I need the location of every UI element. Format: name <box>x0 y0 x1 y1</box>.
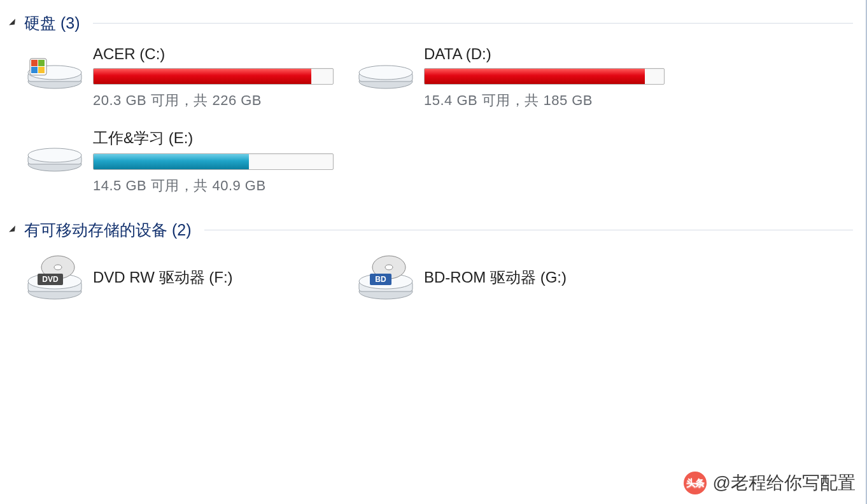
drive-item-c[interactable]: ACER (C:) 20.3 GB 可用，共 226 GB <box>24 45 349 110</box>
bd-drive-icon: BD <box>355 252 416 303</box>
group-header-removable[interactable]: 有可移动存储的设备 (2) <box>9 220 866 241</box>
collapse-arrow-icon <box>9 19 18 28</box>
svg-point-10 <box>359 66 412 80</box>
explorer-drives-pane: 硬盘 (3) ACER (C:) <box>0 0 866 316</box>
watermark-text: @老程给你写配置 <box>713 471 856 495</box>
usage-fill <box>94 69 311 84</box>
removable-grid: DVD DVD RW 驱动器 (F:) BD BD-ROM 驱动器 (G:) <box>9 252 866 316</box>
collapse-arrow-icon <box>9 226 18 235</box>
svg-rect-6 <box>31 67 38 73</box>
usage-bar <box>424 68 665 85</box>
drive-status: 20.3 GB 可用，共 226 GB <box>93 91 349 110</box>
group-title: 有可移动存储的设备 (2) <box>24 220 192 241</box>
hdd-drive-icon <box>24 128 85 172</box>
drive-label: BD-ROM 驱动器 (G:) <box>424 267 567 288</box>
usage-fill <box>94 154 249 169</box>
drive-status: 15.4 GB 可用，共 185 GB <box>424 91 680 110</box>
svg-rect-5 <box>38 60 45 66</box>
drive-label: DVD RW 驱动器 (F:) <box>93 267 233 288</box>
usage-fill <box>425 69 645 84</box>
svg-text:BD: BD <box>375 275 386 284</box>
harddisk-grid: ACER (C:) 20.3 GB 可用，共 226 GB DATA (D:) <box>9 45 866 213</box>
drive-item-f[interactable]: DVD DVD RW 驱动器 (F:) <box>24 252 349 303</box>
drive-info: ACER (C:) 20.3 GB 可用，共 226 GB <box>93 45 349 110</box>
svg-point-13 <box>28 148 81 162</box>
drive-item-e[interactable]: 工作&学习 (E:) 14.5 GB 可用，共 40.9 GB <box>24 128 349 195</box>
drive-label: DATA (D:) <box>424 45 680 63</box>
divider-line <box>93 23 854 24</box>
system-drive-icon <box>24 45 85 90</box>
hdd-drive-icon <box>355 45 416 90</box>
drive-item-d[interactable]: DATA (D:) 15.4 GB 可用，共 185 GB <box>355 45 680 110</box>
svg-point-25 <box>385 265 393 270</box>
usage-bar <box>93 153 334 170</box>
svg-point-18 <box>54 265 62 270</box>
drive-status: 14.5 GB 可用，共 40.9 GB <box>93 176 349 195</box>
drive-item-g[interactable]: BD BD-ROM 驱动器 (G:) <box>355 252 680 303</box>
usage-bar <box>93 68 334 85</box>
group-header-harddisk[interactable]: 硬盘 (3) <box>9 13 866 34</box>
drive-info: DATA (D:) 15.4 GB 可用，共 185 GB <box>424 45 680 110</box>
dvd-drive-icon: DVD <box>24 252 85 303</box>
drive-info: 工作&学习 (E:) 14.5 GB 可用，共 40.9 GB <box>93 128 349 195</box>
svg-text:DVD: DVD <box>42 275 59 284</box>
drive-label: ACER (C:) <box>93 45 349 63</box>
group-title: 硬盘 (3) <box>24 13 80 34</box>
watermark-logo-icon: 头条 <box>684 472 707 494</box>
watermark: 头条 @老程给你写配置 <box>684 471 856 495</box>
svg-rect-4 <box>31 60 38 66</box>
drive-label: 工作&学习 (E:) <box>93 128 349 148</box>
divider-line <box>204 230 854 230</box>
svg-rect-7 <box>38 67 45 73</box>
